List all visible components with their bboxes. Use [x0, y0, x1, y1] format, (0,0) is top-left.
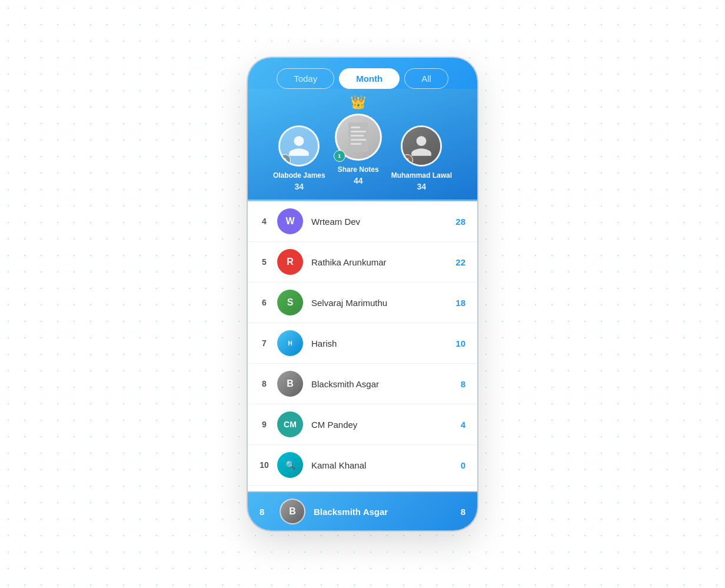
rank-badge-1: 1 [335, 150, 345, 161]
user-name: Rathika Arunkumar [311, 257, 447, 267]
rank-number: 5 [260, 257, 269, 267]
user-name: Kamal Khanal [311, 460, 453, 470]
leaderboard-list: 4 W Wrteam Dev 28 5 R Rathika Arunkumar … [248, 201, 477, 491]
footer-bar: 8 B Blacksmith Asgar 8 [248, 491, 477, 530]
crown-icon: 👑 [350, 95, 366, 110]
rank-number: 9 [260, 420, 269, 429]
avatar-letter: 🔍 [285, 460, 295, 470]
rank-badge-3: 3 [401, 154, 413, 166]
user-score: 18 [455, 298, 465, 308]
rank-number: 7 [260, 338, 269, 348]
user-score: 8 [461, 379, 465, 389]
svg-rect-3 [351, 135, 364, 137]
user-avatar: H [277, 330, 303, 356]
rank-number: 10 [260, 460, 269, 470]
rank-number: 8 [260, 379, 269, 388]
user-score: 28 [455, 217, 465, 227]
rank-badge-2: 2 [279, 154, 291, 166]
user-name: Blacksmith Asgar [311, 379, 453, 389]
list-item[interactable]: 4 W Wrteam Dev 28 [248, 201, 477, 242]
podium-third-name: Muhammad Lawal [391, 171, 452, 180]
footer-name: Blacksmith Asgar [314, 507, 453, 517]
user-score: 10 [455, 338, 465, 348]
user-avatar: W [277, 208, 303, 234]
user-name: CM Pandey [311, 420, 453, 430]
podium-first: 👑 1 Share Notes 44 [335, 95, 382, 185]
avatar-letter: CM [284, 420, 297, 429]
avatar-letter: W [285, 216, 294, 227]
avatar-letter: R [287, 257, 294, 267]
podium-first-avatar: 1 [335, 114, 382, 161]
avatar-letter: B [287, 378, 294, 389]
footer-avatar: B [280, 499, 305, 524]
podium-third-score: 34 [417, 182, 427, 191]
avatar-letter: S [287, 297, 294, 308]
podium-second-avatar: 2 [278, 125, 320, 167]
svg-rect-1 [351, 127, 360, 128]
phone-container: Today Month All 2 Olabode James 34 [248, 58, 477, 530]
podium-first-score: 44 [354, 176, 363, 185]
podium-second-score: 34 [295, 182, 304, 191]
podium-third: 3 Muhammad Lawal 34 [391, 125, 452, 191]
user-score: 4 [461, 420, 465, 430]
list-item[interactable]: 5 R Rathika Arunkumar 22 [248, 242, 477, 283]
podium-third-avatar: 3 [401, 125, 442, 167]
rank-number: 6 [260, 298, 269, 307]
list-item[interactable]: 8 B Blacksmith Asgar 8 [248, 364, 477, 404]
tab-bar: Today Month All [248, 58, 477, 89]
svg-rect-5 [351, 143, 361, 145]
podium-section: 2 Olabode James 34 👑 [248, 89, 477, 201]
tab-month[interactable]: Month [339, 68, 400, 89]
podium-second: 2 Olabode James 34 [273, 125, 325, 191]
podium-second-name: Olabode James [273, 171, 325, 180]
list-item[interactable]: 7 H Harish 10 [248, 323, 477, 364]
list-item[interactable]: 9 CM CM Pandey 4 [248, 404, 477, 445]
user-avatar: CM [277, 411, 303, 437]
user-name: Selvaraj Marimuthu [311, 298, 447, 308]
rank-number: 4 [260, 217, 269, 226]
podium-first-name: Share Notes [338, 165, 379, 174]
tab-all[interactable]: All [404, 68, 448, 89]
user-score: 0 [461, 460, 465, 470]
user-avatar: B [277, 371, 303, 397]
svg-rect-2 [351, 131, 366, 132]
user-score: 22 [455, 257, 465, 267]
user-name: Wrteam Dev [311, 217, 447, 227]
footer-rank: 8 [260, 507, 271, 517]
user-avatar: S [277, 290, 303, 315]
user-avatar: 🔍 [277, 452, 303, 478]
user-avatar: R [277, 249, 303, 275]
list-item[interactable]: 10 🔍 Kamal Khanal 0 [248, 445, 477, 486]
footer-score: 8 [461, 507, 465, 517]
user-name: Harish [311, 338, 447, 348]
list-item[interactable]: 6 S Selvaraj Marimuthu 18 [248, 283, 477, 323]
tab-today[interactable]: Today [277, 68, 334, 89]
svg-rect-4 [351, 139, 366, 141]
